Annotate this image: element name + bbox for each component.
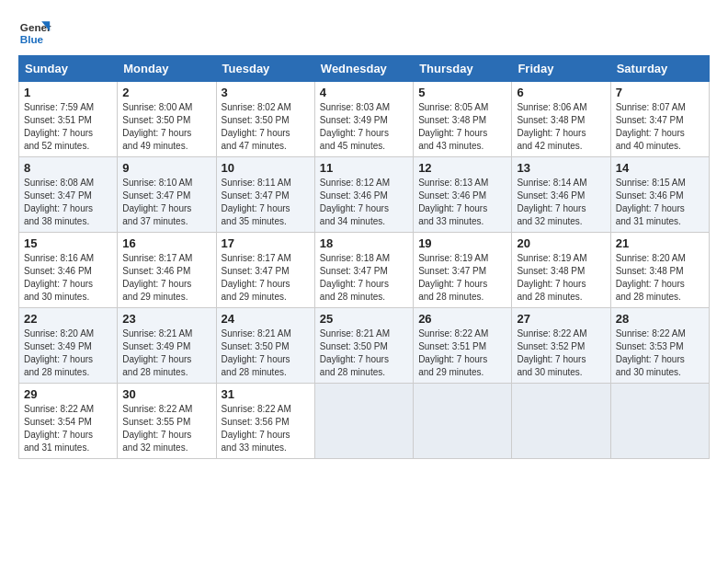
calendar-body: 1 Sunrise: 7:59 AM Sunset: 3:51 PM Dayli…: [19, 82, 710, 459]
calendar-cell: 3 Sunrise: 8:02 AM Sunset: 3:50 PM Dayli…: [216, 82, 314, 157]
sunset-label: Sunset: 3:55 PM: [122, 417, 190, 427]
calendar-cell: 24 Sunrise: 8:21 AM Sunset: 3:50 PM Dayl…: [216, 308, 314, 384]
sunset-label: Sunset: 3:47 PM: [320, 266, 388, 276]
calendar-cell: 14 Sunrise: 8:15 AM Sunset: 3:46 PM Dayl…: [610, 157, 709, 233]
calendar-cell: 11 Sunrise: 8:12 AM Sunset: 3:46 PM Dayl…: [314, 157, 413, 233]
sunset-label: Sunset: 3:48 PM: [517, 115, 585, 125]
daylight-label: Daylight: 7 hours: [418, 128, 487, 138]
sunrise-label: Sunrise: 8:12 AM: [320, 178, 390, 188]
sunset-label: Sunset: 3:50 PM: [222, 115, 290, 125]
day-info: Sunrise: 8:22 AM Sunset: 3:55 PM Dayligh…: [122, 403, 210, 454]
daylight-label: Daylight: 7 hours: [418, 279, 487, 289]
day-info: Sunrise: 8:05 AM Sunset: 3:48 PM Dayligh…: [418, 101, 506, 153]
col-header-wednesday: Wednesday: [314, 56, 413, 82]
sunrise-label: Sunrise: 8:18 AM: [320, 253, 390, 263]
daylight-minutes: and 28 minutes.: [517, 292, 582, 302]
sunrise-label: Sunrise: 8:22 AM: [418, 328, 488, 339]
daylight-minutes: and 29 minutes.: [222, 292, 287, 302]
calendar-cell: 15 Sunrise: 8:16 AM Sunset: 3:46 PM Dayl…: [19, 233, 118, 308]
logo: General Blue: [18, 15, 51, 48]
sunrise-label: Sunrise: 7:59 AM: [24, 102, 94, 112]
day-info: Sunrise: 8:11 AM Sunset: 3:47 PM Dayligh…: [222, 177, 310, 228]
daylight-label: Daylight: 7 hours: [122, 430, 191, 440]
daylight-minutes: and 31 minutes.: [616, 216, 681, 226]
sunset-label: Sunset: 3:47 PM: [24, 190, 92, 201]
daylight-minutes: and 33 minutes.: [418, 216, 483, 226]
calendar-header-row: SundayMondayTuesdayWednesdayThursdayFrid…: [19, 56, 710, 82]
sunrise-label: Sunrise: 8:06 AM: [517, 102, 586, 112]
daylight-label: Daylight: 7 hours: [320, 203, 389, 213]
col-header-saturday: Saturday: [610, 56, 709, 82]
day-number: 1: [24, 86, 112, 99]
calendar-cell: 29 Sunrise: 8:22 AM Sunset: 3:54 PM Dayl…: [19, 384, 118, 459]
sunset-label: Sunset: 3:50 PM: [122, 115, 190, 125]
sunrise-label: Sunrise: 8:08 AM: [24, 178, 94, 188]
day-info: Sunrise: 8:07 AM Sunset: 3:47 PM Dayligh…: [616, 101, 704, 153]
daylight-label: Daylight: 7 hours: [222, 203, 290, 213]
day-number: 31: [222, 387, 310, 401]
day-number: 9: [122, 161, 210, 175]
daylight-label: Daylight: 7 hours: [222, 128, 290, 138]
sunset-label: Sunset: 3:49 PM: [320, 115, 388, 125]
sunrise-label: Sunrise: 8:21 AM: [320, 328, 390, 339]
daylight-minutes: and 31 minutes.: [24, 442, 89, 453]
sunrise-label: Sunrise: 8:11 AM: [222, 178, 291, 188]
day-number: 20: [517, 236, 605, 250]
day-number: 13: [517, 161, 605, 175]
day-number: 11: [320, 161, 408, 175]
daylight-minutes: and 30 minutes.: [616, 367, 681, 377]
sunrise-label: Sunrise: 8:00 AM: [122, 102, 192, 112]
day-number: 24: [222, 312, 310, 326]
calendar-table: SundayMondayTuesdayWednesdayThursdayFrid…: [18, 55, 710, 459]
calendar-cell: 7 Sunrise: 8:07 AM Sunset: 3:47 PM Dayli…: [610, 82, 709, 157]
daylight-minutes: and 29 minutes.: [122, 292, 188, 302]
sunrise-label: Sunrise: 8:20 AM: [616, 253, 686, 263]
day-info: Sunrise: 8:20 AM Sunset: 3:48 PM Dayligh…: [616, 252, 704, 304]
daylight-label: Daylight: 7 hours: [122, 279, 191, 289]
sunrise-label: Sunrise: 8:17 AM: [122, 253, 192, 263]
day-number: 26: [418, 312, 506, 326]
daylight-label: Daylight: 7 hours: [320, 128, 389, 138]
daylight-minutes: and 38 minutes.: [24, 216, 89, 226]
day-info: Sunrise: 8:15 AM Sunset: 3:46 PM Dayligh…: [616, 177, 704, 228]
day-number: 25: [320, 312, 408, 326]
sunrise-label: Sunrise: 8:21 AM: [122, 328, 192, 339]
daylight-label: Daylight: 7 hours: [517, 354, 586, 364]
day-number: 8: [24, 161, 112, 175]
calendar-cell: 27 Sunrise: 8:22 AM Sunset: 3:52 PM Dayl…: [512, 308, 610, 384]
daylight-minutes: and 40 minutes.: [616, 141, 681, 151]
calendar-cell: 8 Sunrise: 8:08 AM Sunset: 3:47 PM Dayli…: [19, 157, 118, 233]
calendar-cell: [610, 384, 709, 459]
sunset-label: Sunset: 3:54 PM: [24, 417, 92, 427]
daylight-label: Daylight: 7 hours: [222, 279, 290, 289]
calendar-cell: [512, 384, 610, 459]
calendar-cell: 4 Sunrise: 8:03 AM Sunset: 3:49 PM Dayli…: [314, 82, 413, 157]
day-number: 22: [24, 312, 112, 326]
day-number: 30: [122, 387, 210, 401]
daylight-label: Daylight: 7 hours: [24, 354, 93, 364]
day-number: 6: [517, 86, 605, 99]
day-info: Sunrise: 8:21 AM Sunset: 3:50 PM Dayligh…: [222, 327, 310, 379]
sunrise-label: Sunrise: 8:22 AM: [122, 404, 192, 414]
day-info: Sunrise: 8:06 AM Sunset: 3:48 PM Dayligh…: [517, 101, 605, 153]
sunrise-label: Sunrise: 8:16 AM: [24, 253, 94, 263]
day-number: 2: [122, 86, 210, 99]
sunset-label: Sunset: 3:50 PM: [320, 341, 388, 351]
calendar-cell: 21 Sunrise: 8:20 AM Sunset: 3:48 PM Dayl…: [610, 233, 709, 308]
calendar-cell: 5 Sunrise: 8:05 AM Sunset: 3:48 PM Dayli…: [414, 82, 512, 157]
sunset-label: Sunset: 3:51 PM: [24, 115, 92, 125]
day-number: 16: [122, 236, 210, 250]
sunrise-label: Sunrise: 8:02 AM: [222, 102, 291, 112]
sunset-label: Sunset: 3:47 PM: [122, 190, 190, 201]
daylight-label: Daylight: 7 hours: [222, 430, 290, 440]
day-number: 17: [222, 236, 310, 250]
sunrise-label: Sunrise: 8:03 AM: [320, 102, 390, 112]
day-info: Sunrise: 8:22 AM Sunset: 3:52 PM Dayligh…: [517, 327, 605, 379]
day-number: 15: [24, 236, 112, 250]
svg-text:Blue: Blue: [20, 33, 44, 45]
daylight-minutes: and 28 minutes.: [122, 367, 188, 377]
daylight-minutes: and 32 minutes.: [517, 216, 582, 226]
calendar-cell: 9 Sunrise: 8:10 AM Sunset: 3:47 PM Dayli…: [118, 157, 216, 233]
sunset-label: Sunset: 3:48 PM: [517, 266, 585, 276]
calendar-cell: [314, 384, 413, 459]
